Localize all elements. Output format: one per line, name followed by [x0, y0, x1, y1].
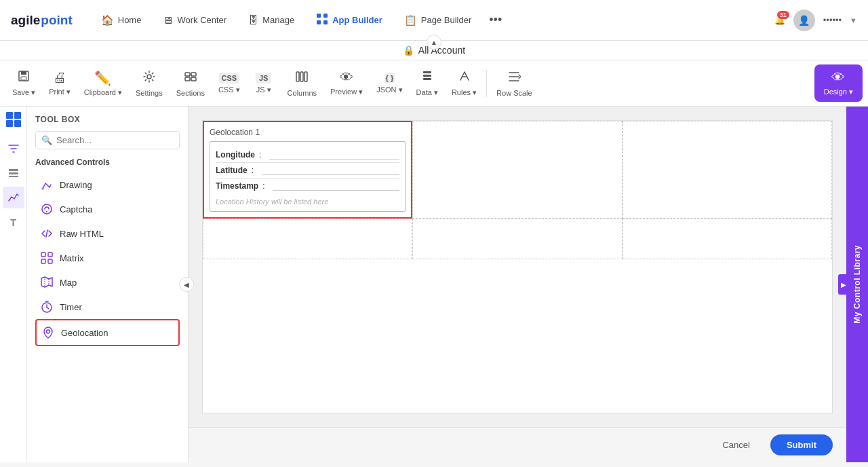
- canvas-cell-1-2[interactable]: [412, 121, 622, 219]
- rawhtml-icon: [39, 226, 54, 241]
- monitor-icon: 🖥: [163, 14, 173, 26]
- nav-manage[interactable]: 🗄 Manage: [239, 10, 304, 30]
- svg-rect-9: [191, 73, 196, 76]
- search-box: 🔍: [35, 131, 180, 149]
- cancel-button[interactable]: Cancel: [709, 434, 763, 455]
- geolocation-icon: [41, 325, 56, 340]
- tool-drawing[interactable]: Drawing: [35, 172, 180, 197]
- timer-label: Timer: [60, 302, 82, 312]
- svg-rect-12: [296, 72, 299, 81]
- canvas-cell-2-2[interactable]: [412, 219, 622, 259]
- user-chevron-icon[interactable]: ▼: [850, 16, 857, 24]
- toolbar-settings[interactable]: Settings: [129, 66, 170, 101]
- toolbar-css[interactable]: CSS CSS ▾: [212, 69, 247, 98]
- toolbar-columns[interactable]: Columns: [281, 66, 323, 101]
- manage-icon: 🗄: [248, 14, 258, 26]
- tool-geolocation[interactable]: Geolocation: [35, 319, 180, 346]
- svg-rect-0: [317, 14, 321, 18]
- design-icon: 👁: [831, 70, 845, 86]
- avatar[interactable]: 👤: [793, 10, 815, 31]
- toolbar-json[interactable]: { } JSON ▾: [370, 69, 409, 98]
- canvas-cell-1-3[interactable]: [623, 121, 832, 219]
- settings-icon: [142, 70, 156, 87]
- widget-title: Geolocation 1: [210, 128, 406, 137]
- right-panel-collapse[interactable]: ▶: [838, 274, 849, 295]
- svg-rect-28: [48, 259, 52, 263]
- submit-button[interactable]: Submit: [770, 434, 833, 455]
- svg-rect-3: [323, 20, 328, 24]
- appbuilder-icon: [316, 13, 328, 27]
- tool-captcha[interactable]: Captcha: [35, 197, 180, 221]
- panel-collapse-button[interactable]: ◀: [179, 277, 194, 292]
- nav-workcenter[interactable]: 🖥 Work Center: [153, 10, 236, 30]
- columns-label: Columns: [288, 89, 317, 97]
- toolbar-separator: [486, 70, 487, 97]
- sidebar-list[interactable]: [3, 162, 24, 184]
- sidebar-chart[interactable]: [3, 187, 24, 208]
- search-icon: 🔍: [41, 135, 52, 145]
- top-nav: agilepoint 🏠 Home 🖥 Work Center 🗄 Manage: [0, 0, 868, 41]
- pagebuilder-icon: 📋: [404, 14, 417, 26]
- design-label: Design ▾: [824, 88, 853, 96]
- toolbar-save[interactable]: Save ▾: [5, 65, 42, 101]
- svg-rect-1: [323, 14, 328, 18]
- rawhtml-label: Raw HTML: [60, 229, 104, 239]
- toolbar-rules[interactable]: Rules ▾: [445, 65, 484, 101]
- notification-bell[interactable]: 🔔 31: [774, 15, 785, 25]
- canvas-cell-2-1[interactable]: [203, 219, 412, 259]
- tool-matrix[interactable]: Matrix: [35, 246, 180, 270]
- print-icon: 🖨: [53, 70, 66, 86]
- subtitle-title: All Account: [418, 45, 465, 56]
- svg-rect-13: [300, 72, 303, 81]
- grid-icon[interactable]: [6, 112, 21, 127]
- toolbox-title: TOOL BOX: [35, 115, 180, 124]
- drawing-icon: [39, 177, 54, 192]
- columns-icon: [295, 70, 309, 87]
- toolbar-rowscale[interactable]: Row Scale: [490, 66, 539, 101]
- logo-agile: agile: [11, 13, 40, 28]
- search-input[interactable]: [56, 135, 174, 145]
- logo[interactable]: agilepoint: [11, 13, 73, 28]
- home-icon: 🏠: [101, 14, 114, 26]
- toolbar-preview[interactable]: 👁 Preview ▾: [323, 66, 370, 100]
- latitude-label: Latitude: [216, 166, 248, 175]
- geolocation-label: Geolocation: [61, 328, 108, 338]
- json-label: JSON ▾: [376, 86, 402, 94]
- username[interactable]: ••••••: [823, 15, 842, 25]
- svg-rect-8: [185, 73, 190, 76]
- map-label: Map: [60, 278, 77, 288]
- captcha-icon: [39, 202, 54, 217]
- sidebar-text[interactable]: T: [3, 211, 24, 233]
- css-label: CSS ▾: [218, 86, 240, 94]
- toolbar-data[interactable]: Data ▾: [410, 65, 445, 101]
- svg-point-23: [46, 211, 47, 212]
- right-panel-label: My Control Library: [852, 245, 862, 324]
- svg-rect-26: [48, 253, 52, 257]
- svg-rect-21: [41, 187, 44, 190]
- toolbar-sections[interactable]: Sections: [170, 66, 212, 101]
- toolbar-print[interactable]: 🖨 Print ▾: [42, 66, 77, 100]
- nav-pagebuilder[interactable]: 📋 Page Builder: [395, 10, 481, 31]
- matrix-icon: [39, 250, 54, 265]
- tool-map[interactable]: Map: [35, 270, 180, 295]
- toolbar-design[interactable]: 👁 Design ▾: [814, 64, 863, 102]
- canvas-cell-1-1[interactable]: Geolocation 1 Longitude : Latitude :: [203, 121, 412, 219]
- tool-panel: TOOL BOX 🔍 Advanced Controls Drawing: [27, 107, 189, 462]
- nav-home[interactable]: 🏠 Home: [92, 10, 151, 31]
- nav-appbuilder[interactable]: App Builder: [307, 9, 392, 31]
- nav-items: 🏠 Home 🖥 Work Center 🗄 Manage App Builde…: [92, 9, 774, 31]
- nav-collapse-button[interactable]: ▲: [427, 35, 441, 50]
- toolbar-clipboard[interactable]: ✏️ Clipboard ▾: [77, 66, 129, 101]
- toolbar-js[interactable]: JS JS ▾: [247, 69, 281, 98]
- svg-rect-20: [9, 176, 18, 177]
- more-button[interactable]: •••: [484, 10, 507, 30]
- tool-rawhtml[interactable]: Raw HTML: [35, 221, 180, 246]
- svg-rect-11: [191, 77, 196, 81]
- tool-timer[interactable]: Timer: [35, 295, 180, 319]
- matrix-label: Matrix: [60, 253, 83, 263]
- geo-latitude: Latitude :: [216, 163, 399, 179]
- sidebar-filter[interactable]: [3, 138, 24, 160]
- canvas-cell-2-3[interactable]: [623, 219, 832, 259]
- geo-timestamp: Timestamp :: [216, 179, 399, 195]
- geo-inner: Longitude : Latitude :: [210, 141, 406, 212]
